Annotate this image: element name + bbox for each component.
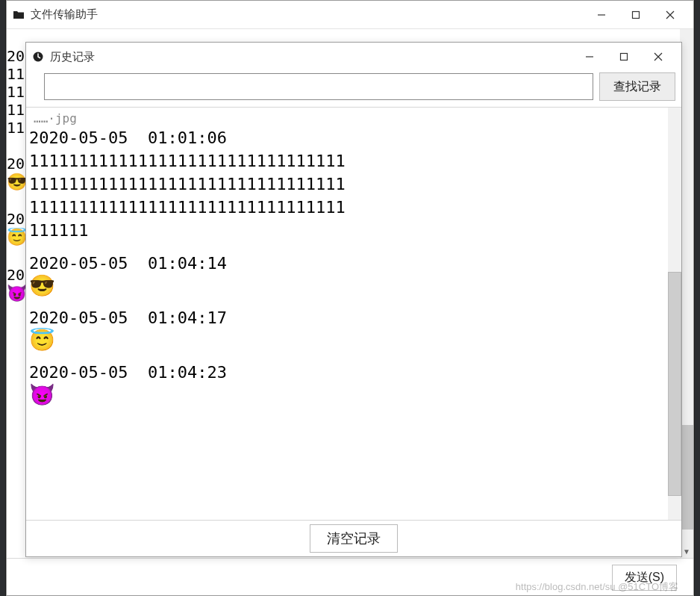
devil-face-icon: 😈 bbox=[7, 284, 27, 302]
history-entry: 2020-05-05 01:04:14😎 bbox=[29, 252, 662, 297]
partial-entry-top: ……·jpg bbox=[29, 111, 662, 127]
history-entry: 2020-05-05 01:04:17😇 bbox=[29, 307, 662, 351]
entry-timestamp: 2020-05-05 01:04:14 bbox=[29, 252, 662, 276]
svg-rect-6 bbox=[621, 54, 628, 60]
history-list[interactable]: ……·jpg 2020-05-05 01:01:0611111111111111… bbox=[26, 108, 668, 520]
search-button[interactable]: 查找记录 bbox=[599, 72, 675, 101]
folder-icon bbox=[13, 9, 25, 21]
main-maximize-button[interactable] bbox=[619, 3, 653, 27]
entry-timestamp: 2020-05-05 01:01:06 bbox=[29, 127, 662, 150]
history-titlebar[interactable]: 历史记录 bbox=[26, 43, 681, 71]
entry-emoji: 😈 bbox=[29, 385, 662, 406]
history-minimize-button[interactable] bbox=[572, 45, 607, 69]
history-scrollbar-thumb[interactable] bbox=[668, 272, 681, 496]
history-entry: 2020-05-05 01:04:23😈 bbox=[29, 361, 662, 406]
main-title: 文件传输助手 bbox=[31, 7, 584, 22]
entry-timestamp: 2020-05-05 01:04:23 bbox=[29, 361, 662, 385]
entry-body: 1111111111111111111111111111111111111111… bbox=[29, 150, 350, 242]
entry-emoji: 😇 bbox=[29, 330, 662, 351]
entry-timestamp: 2020-05-05 01:04:17 bbox=[29, 307, 662, 330]
main-close-button[interactable] bbox=[653, 3, 687, 27]
cool-face-icon: 😎 bbox=[7, 173, 27, 191]
clock-icon bbox=[32, 51, 44, 63]
clear-bar: 清空记录 bbox=[26, 521, 681, 556]
main-titlebar[interactable]: 文件传输助手 bbox=[7, 1, 693, 29]
history-title: 历史记录 bbox=[50, 50, 572, 64]
send-button[interactable]: 发送(S) bbox=[612, 565, 677, 591]
entry-emoji: 😎 bbox=[29, 276, 662, 297]
history-dialog: 历史记录 查找记录 ……·jpg 2020-05-05 01:01:061111… bbox=[25, 42, 682, 557]
history-close-button[interactable] bbox=[641, 45, 675, 69]
history-scrollbar[interactable] bbox=[668, 108, 681, 520]
history-body: ……·jpg 2020-05-05 01:01:0611111111111111… bbox=[26, 108, 681, 521]
angel-face-icon: 😇 bbox=[7, 228, 27, 246]
send-bar: 发送(S) bbox=[7, 558, 693, 595]
clear-history-button[interactable]: 清空记录 bbox=[310, 524, 398, 553]
main-minimize-button[interactable] bbox=[584, 3, 619, 27]
search-row: 查找记录 bbox=[26, 71, 681, 108]
history-maximize-button[interactable] bbox=[607, 45, 641, 69]
search-input[interactable] bbox=[44, 73, 593, 100]
svg-rect-1 bbox=[633, 11, 640, 18]
history-entry: 2020-05-05 01:01:06111111111111111111111… bbox=[29, 127, 662, 242]
